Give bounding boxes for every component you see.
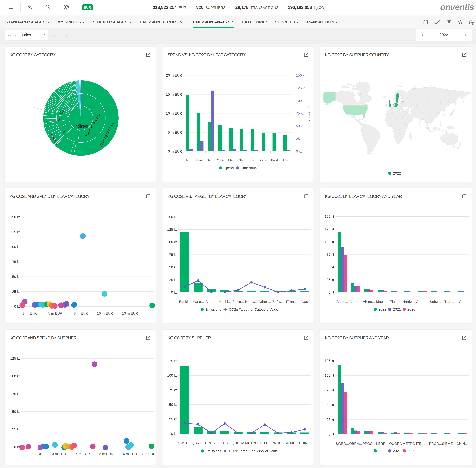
svg-text:CHIN...: CHIN... <box>456 442 468 446</box>
svg-text:ITELL...: ITELL... <box>416 442 428 446</box>
svg-text:5 m EUR: 5 m EUR <box>99 452 113 456</box>
svg-text:50 kt: 50 kt <box>169 403 177 407</box>
svg-text:Mana...: Mana... <box>192 300 204 304</box>
svg-text:Emissions: Emissions <box>205 307 221 311</box>
svg-text:50 kt: 50 kt <box>327 265 334 269</box>
svg-text:Hard...: Hard... <box>184 159 194 162</box>
svg-text:Trai...: Trai... <box>282 159 291 162</box>
svg-text:2 m EUR: 2 m EUR <box>28 452 43 456</box>
svg-text:Machi...: Machi... <box>376 300 388 304</box>
svg-text:Banki...: Banki... <box>179 300 191 304</box>
svg-text:125 kt: 125 kt <box>10 230 20 234</box>
svg-text:100 kt: 100 kt <box>167 240 177 244</box>
svg-text:100 kt: 100 kt <box>325 373 334 377</box>
svg-text:50 kt: 50 kt <box>296 124 303 128</box>
svg-text:Gas: Gas <box>302 300 308 304</box>
svg-text:ITELL...: ITELL... <box>259 441 271 445</box>
svg-text:150 kt: 150 kt <box>296 73 305 77</box>
svg-text:150 kt: 150 kt <box>10 215 20 219</box>
svg-text:Ban...: Ban... <box>207 159 215 162</box>
svg-text:Mac...: Mac... <box>228 159 237 162</box>
svg-text:4 m EUR: 4 m EUR <box>76 452 90 456</box>
svg-text:100 kt: 100 kt <box>325 240 334 244</box>
svg-text:KERR...: KERR... <box>376 442 389 446</box>
svg-text:0 kt: 0 kt <box>14 445 20 449</box>
svg-text:Emissions: Emissions <box>205 449 221 453</box>
svg-text:125 kt: 125 kt <box>167 228 177 231</box>
svg-text:50 kt: 50 kt <box>327 403 334 407</box>
svg-text:Othe...: Othe... <box>217 159 227 162</box>
svg-text:CO2e Target For Supplier Value: CO2e Target For Supplier Value <box>229 449 278 453</box>
svg-text:Mana...: Mana... <box>350 300 361 304</box>
svg-text:150 kt: 150 kt <box>325 215 334 219</box>
svg-text:QBRA...: QBRA... <box>192 441 204 445</box>
svg-text:100 kt: 100 kt <box>10 245 20 249</box>
svg-text:8 m EUR: 8 m EUR <box>74 311 88 315</box>
svg-text:0 m EUR: 0 m EUR <box>168 149 182 153</box>
svg-text:6 m EUR: 6 m EUR <box>123 452 137 456</box>
svg-text:2021: 2021 <box>393 307 401 311</box>
svg-text:10 m EUR: 10 m EUR <box>97 311 113 315</box>
svg-text:75 kt: 75 kt <box>169 388 177 392</box>
svg-text:QUORA: QUORA <box>389 442 402 446</box>
svg-text:IT an...: IT an... <box>286 300 297 304</box>
svg-text:3 m EUR: 3 m EUR <box>52 452 66 456</box>
svg-text:Other ...: Other ... <box>416 300 428 304</box>
svg-text:25 kt: 25 kt <box>12 427 20 431</box>
svg-text:Softw...: Softw... <box>430 300 441 304</box>
svg-text:KERR...: KERR... <box>219 441 231 445</box>
svg-text:25 kt: 25 kt <box>296 137 303 141</box>
svg-text:Electr...: Electr... <box>390 300 401 304</box>
svg-text:125 kt: 125 kt <box>325 359 334 363</box>
svg-text:Hardw...: Hardw... <box>402 300 415 304</box>
svg-text:CO2e Target for Category Value: CO2e Target for Category Value <box>229 307 278 311</box>
svg-text:0 kt: 0 kt <box>296 149 302 153</box>
svg-text:Othe...: Othe... <box>260 159 270 162</box>
svg-text:PROS...: PROS... <box>363 442 375 446</box>
svg-text:25 kt: 25 kt <box>169 417 177 421</box>
svg-text:QBRA...: QBRA... <box>349 442 362 446</box>
svg-text:50 kt: 50 kt <box>12 410 20 413</box>
svg-text:5 m EUR: 5 m EUR <box>48 311 62 315</box>
svg-text:Banki...: Banki... <box>336 300 348 304</box>
svg-text:Gas: Gas <box>459 300 465 304</box>
svg-text:10 m EUR: 10 m EUR <box>166 111 182 115</box>
svg-text:METRO: METRO <box>403 442 415 446</box>
svg-text:50 kt: 50 kt <box>12 275 20 279</box>
svg-text:125 kt: 125 kt <box>10 356 20 360</box>
svg-text:Machi...: Machi... <box>219 300 231 304</box>
svg-text:7 m EUR: 7 m EUR <box>141 452 155 456</box>
svg-text:2021: 2021 <box>393 449 401 453</box>
svg-text:2022: 2022 <box>393 171 401 175</box>
svg-text:25 kt: 25 kt <box>327 418 334 422</box>
svg-text:3 m EUR: 3 m EUR <box>23 311 37 315</box>
svg-text:Prod...: Prod... <box>271 159 281 162</box>
svg-text:Electr...: Electr... <box>232 300 244 304</box>
svg-text:IT co...: IT co... <box>249 159 259 162</box>
svg-text:125 kt: 125 kt <box>325 227 334 231</box>
svg-text:Indirect: Indirect <box>74 124 88 129</box>
svg-text:2020: 2020 <box>407 449 415 453</box>
svg-text:25 kt: 25 kt <box>12 290 20 293</box>
svg-text:Emissions: Emissions <box>308 105 312 121</box>
svg-text:0 kt: 0 kt <box>171 432 177 436</box>
svg-text:75 kt: 75 kt <box>169 253 177 257</box>
svg-text:0 kt: 0 kt <box>328 291 334 294</box>
svg-text:PROS...: PROS... <box>205 441 218 445</box>
svg-text:75 kt: 75 kt <box>12 260 20 264</box>
svg-text:Emissions: Emissions <box>241 166 257 170</box>
svg-text:15 m EUR: 15 m EUR <box>166 92 182 96</box>
svg-text:2022: 2022 <box>378 307 386 311</box>
svg-text:100 kt: 100 kt <box>167 373 177 377</box>
svg-text:IT an...: IT an... <box>443 300 454 304</box>
svg-text:125 kt: 125 kt <box>167 359 177 363</box>
svg-text:100 kt: 100 kt <box>10 374 20 378</box>
svg-text:20 m EUR: 20 m EUR <box>166 73 182 77</box>
svg-text:SWED...: SWED... <box>336 442 349 446</box>
svg-text:25 kt: 25 kt <box>169 278 177 282</box>
svg-text:PROD...: PROD... <box>272 441 284 445</box>
svg-text:50 kt: 50 kt <box>169 265 177 269</box>
svg-text:13 m EUR: 13 m EUR <box>122 311 138 315</box>
svg-text:Softw...: Softw... <box>272 300 284 304</box>
svg-text:150 kt: 150 kt <box>167 215 177 219</box>
